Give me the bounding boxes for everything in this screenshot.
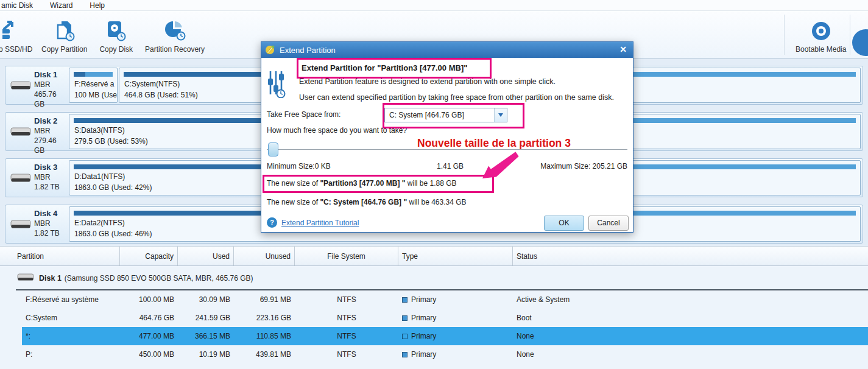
partition-type-square-icon — [402, 352, 408, 357]
toolbar-button-label: Copy Disk — [99, 45, 133, 54]
partition-label: F:Réservé a — [74, 80, 114, 88]
cell-capacity: 464.76 GB — [120, 309, 178, 327]
take-free-space-label: Take Free Space from: — [267, 110, 340, 119]
partition-type-square-icon — [402, 334, 408, 339]
type-label: Primary — [411, 350, 436, 359]
disk-info: Disk 2 MBR 279.46 GB — [5, 113, 69, 150]
table-row[interactable]: P:450.00 MB10.19 MB439.81 MBNTFSPrimaryN… — [0, 345, 868, 364]
cell-capacity: 477.00 MB — [120, 327, 178, 345]
ok-button[interactable]: OK — [544, 216, 584, 231]
migrate-to-ssd-icon — [2, 19, 27, 43]
disk-drive-icon — [10, 80, 31, 94]
toolbar-button-label: to SSD/HD — [0, 45, 32, 54]
dropdown-selected-value: C: System [464.76 GB] — [385, 108, 494, 122]
cell-unused: 69.91 MB — [234, 290, 295, 309]
dropdown-button[interactable] — [494, 108, 507, 122]
disk-style: MBR — [34, 126, 69, 136]
column-header-file-system[interactable]: File System — [295, 247, 398, 265]
menu-item-wizard[interactable]: Wizard — [50, 1, 72, 10]
disk-name: Disk 3 — [34, 163, 60, 172]
cell-capacity: 100.00 MB — [120, 290, 178, 309]
partition-label: D:Data1(NTFS) — [74, 172, 125, 181]
toolbar-separator-2 — [850, 15, 850, 55]
bootable-media-button[interactable]: Bootable Media — [789, 11, 852, 58]
copy-disk-button[interactable]: Copy Disk — [93, 11, 139, 58]
cell-partition: F:Réservé au système — [0, 290, 120, 309]
type-label: Primary — [411, 295, 436, 304]
minimum-size-label: Minimum Size:0 KB — [267, 162, 331, 170]
table-rows: F:Réservé au système100.00 MB30.09 MB69.… — [0, 290, 868, 364]
cell-type: Primary — [398, 345, 513, 364]
table-row[interactable]: C:System464.76 GB241.59 GB223.16 GBNTFSP… — [0, 309, 868, 327]
toolbar-button-label: Partition Recovery — [145, 45, 205, 54]
disk-drive-icon — [17, 273, 34, 284]
extend-partition-tutorial-link[interactable]: Extend Partition Tutorial — [281, 219, 359, 227]
disk-name: Disk 1 — [34, 70, 69, 80]
cell-used: 241.59 GB — [178, 309, 234, 327]
toolbar-button-label: Copy Partition — [41, 45, 87, 54]
cutoff-toolbar-icon[interactable] — [852, 29, 868, 56]
partition-detail: 100 MB (Use — [74, 91, 117, 99]
disk-group-name: Disk 1 — [39, 274, 62, 283]
usage-bar — [74, 72, 113, 77]
size-slider-handle[interactable] — [268, 142, 278, 156]
extend-partition-dialog: Extend Partition ✕ Extend Partition for … — [261, 41, 633, 233]
disk-drive-icon — [10, 126, 31, 140]
partition-recovery-button[interactable]: Partition Recovery — [139, 11, 211, 58]
help-icon[interactable]: ? — [267, 217, 277, 228]
column-header-capacity[interactable]: Capacity — [120, 247, 178, 265]
cell-partition: *: — [0, 327, 120, 345]
disk-size: 1.82 TB — [34, 182, 60, 192]
disk-size: 465.76 GB — [34, 90, 69, 109]
cell-status: None — [513, 327, 868, 345]
disk-info: Disk 3 MBR 1.82 TB — [5, 159, 69, 197]
partition-detail: 1863.0 GB (Used: 46%) — [74, 230, 152, 238]
disk-group-underline — [16, 289, 868, 290]
partition-label: C:System(NTFS) — [124, 80, 180, 88]
partition-detail: 279.5 GB (Used: 53%) — [74, 137, 148, 146]
dialog-title: Extend Partition — [280, 46, 336, 55]
column-header-unused[interactable]: Unused — [234, 247, 295, 265]
toolbar-left-group: to SSD/HDCopy PartitionCopy DiskPartitio… — [0, 11, 211, 58]
cell-used: 30.09 MB — [178, 290, 234, 309]
disk-group-detail: (Samsung SSD 850 EVO 500GB SATA, MBR, 46… — [65, 274, 253, 283]
disk-info: Disk 4 MBR 1.82 TB — [5, 205, 69, 243]
menu-item-amic-disk[interactable]: amic Disk — [1, 1, 33, 10]
menu-item-help[interactable]: Help — [90, 1, 105, 10]
current-size-value: 1.41 GB — [437, 162, 464, 170]
disk-style: MBR — [34, 172, 60, 182]
cell-used: 366.15 MB — [178, 327, 234, 345]
column-header-partition[interactable]: Partition — [0, 247, 120, 265]
column-header-status[interactable]: Status — [513, 247, 868, 265]
dialog-title-bar[interactable]: Extend Partition ✕ — [261, 42, 633, 58]
cell-type: Primary — [398, 327, 513, 345]
maximum-size-label: Maximum Size: 205.21 GB — [540, 162, 627, 170]
table-row[interactable]: F:Réservé au système100.00 MB30.09 MB69.… — [0, 290, 868, 309]
cell-status: Active & System — [513, 290, 868, 309]
partition-type-square-icon — [402, 315, 408, 321]
cell-type: Primary — [398, 309, 513, 327]
cell-file-system: NTFS — [295, 327, 398, 345]
disk-style: MBR — [34, 219, 60, 228]
copy-disk-icon — [105, 19, 127, 43]
column-header-used[interactable]: Used — [178, 247, 234, 265]
partition-table: PartitionCapacityUsedUnusedFile SystemTy… — [0, 246, 868, 369]
source-partition-dropdown[interactable]: C: System [464.76 GB] — [384, 108, 507, 122]
partition-label: E:Data2(NTFS) — [74, 219, 125, 227]
cancel-button[interactable]: Cancel — [588, 216, 629, 231]
column-header-type[interactable]: Type — [398, 247, 513, 265]
partition-recovery-icon — [163, 19, 186, 43]
partition-label: S:Data3(NTFS) — [74, 126, 125, 135]
disk-group-row[interactable]: Disk 1 (Samsung SSD 850 EVO 500GB SATA, … — [0, 266, 868, 290]
cell-file-system: NTFS — [295, 345, 398, 364]
copy-partition-button[interactable]: Copy Partition — [35, 11, 93, 58]
table-row[interactable]: *:477.00 MB366.15 MB110.85 MBNTFSPrimary… — [0, 327, 868, 345]
to-ssd-hd-button[interactable]: to SSD/HD — [0, 11, 35, 58]
disk-style: MBR — [34, 80, 69, 90]
close-icon[interactable]: ✕ — [619, 44, 627, 54]
dialog-description-1: Extend Partition feature is designed to … — [299, 77, 556, 86]
annotation-red-text: Nouvelle taille de la partition 3 — [417, 137, 571, 150]
free-space-question-label: How much free space do you want to take? — [267, 126, 407, 135]
dialog-description-2: User can extend specified partition by t… — [299, 93, 614, 102]
partition-block[interactable]: F:Réservé a 100 MB (Use — [69, 68, 118, 103]
